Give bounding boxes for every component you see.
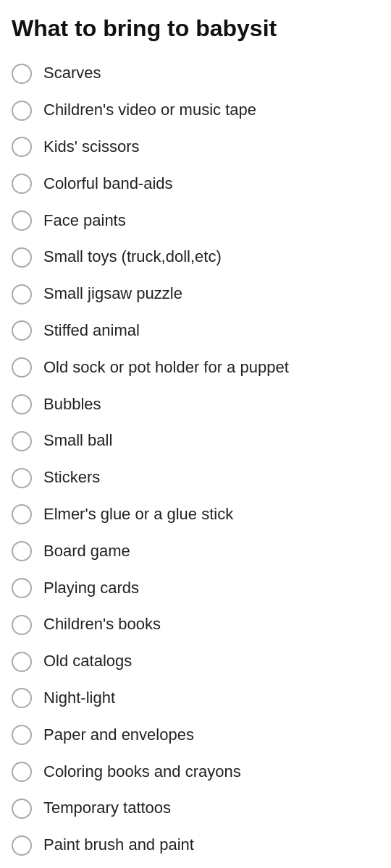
list-item: Old catalogs [12,643,379,680]
checkbox-item-18[interactable] [12,688,32,708]
checkbox-item-21[interactable] [12,799,32,819]
list-item: Children's books [12,606,379,643]
item-label-12[interactable]: Stickers [43,467,100,489]
checkbox-item-14[interactable] [12,541,32,561]
list-item: Stickers [12,459,379,496]
list-item: Old sock or pot holder for a puppet [12,349,379,386]
item-label-11[interactable]: Small ball [43,430,112,452]
item-label-22[interactable]: Paint brush and paint [43,834,194,856]
checkbox-item-19[interactable] [12,725,32,745]
item-label-8[interactable]: Stiffed animal [43,320,140,342]
checkbox-item-10[interactable] [12,394,32,414]
item-label-9[interactable]: Old sock or pot holder for a puppet [43,357,289,379]
checkbox-item-11[interactable] [12,431,32,451]
checkbox-item-1[interactable] [12,64,32,84]
item-label-4[interactable]: Colorful band-aids [43,173,173,195]
checklist: ScarvesChildren's video or music tapeKid… [12,55,379,864]
list-item: Small jigsaw puzzle [12,276,379,312]
item-label-10[interactable]: Bubbles [43,393,101,416]
list-item: Stiffed animal [12,312,379,349]
list-item: Elmer's glue or a glue stick [12,496,379,533]
checkbox-item-8[interactable] [12,320,32,341]
checkbox-item-22[interactable] [12,835,32,856]
item-label-6[interactable]: Small toys (truck,doll,etc) [43,246,222,268]
item-label-7[interactable]: Small jigsaw puzzle [43,283,182,305]
list-item: Playing cards [12,570,379,607]
checkbox-item-3[interactable] [12,137,32,157]
list-item: Night-light [12,680,379,717]
list-item: Temporary tattoos [12,790,379,827]
checkbox-item-4[interactable] [12,174,32,194]
item-label-14[interactable]: Board game [43,540,130,563]
checkbox-item-16[interactable] [12,615,32,635]
list-item: Children's video or music tape [12,92,379,129]
item-label-15[interactable]: Playing cards [43,577,139,600]
list-item: Small toys (truck,doll,etc) [12,239,379,276]
checkbox-item-2[interactable] [12,101,32,121]
checkbox-item-17[interactable] [12,652,32,672]
item-label-17[interactable]: Old catalogs [43,650,132,673]
checkbox-item-7[interactable] [12,284,32,305]
list-item: Coloring books and crayons [12,754,379,791]
list-item: Paint brush and paint [12,827,379,864]
checkbox-item-12[interactable] [12,468,32,488]
list-item: Bubbles [12,386,379,423]
item-label-20[interactable]: Coloring books and crayons [43,761,241,783]
item-label-13[interactable]: Elmer's glue or a glue stick [43,503,233,526]
item-label-1[interactable]: Scarves [43,62,101,85]
list-item: Board game [12,533,379,570]
list-item: Scarves [12,55,379,92]
list-item: Paper and envelopes [12,717,379,754]
item-label-2[interactable]: Children's video or music tape [43,99,256,122]
checkbox-item-13[interactable] [12,504,32,524]
page-title: What to bring to babysit [12,14,379,42]
checkbox-item-6[interactable] [12,247,32,268]
checkbox-item-15[interactable] [12,578,32,598]
checkbox-item-20[interactable] [12,762,32,782]
list-item: Small ball [12,422,379,459]
checkbox-item-5[interactable] [12,210,32,231]
item-label-16[interactable]: Children's books [43,613,161,636]
item-label-18[interactable]: Night-light [43,687,115,710]
list-item: Kids' scissors [12,129,379,166]
checkbox-item-9[interactable] [12,357,32,378]
item-label-5[interactable]: Face paints [43,210,126,232]
item-label-3[interactable]: Kids' scissors [43,136,140,158]
item-label-21[interactable]: Temporary tattoos [43,797,171,820]
list-item: Colorful band-aids [12,166,379,203]
item-label-19[interactable]: Paper and envelopes [43,724,194,746]
list-item: Face paints [12,203,379,239]
